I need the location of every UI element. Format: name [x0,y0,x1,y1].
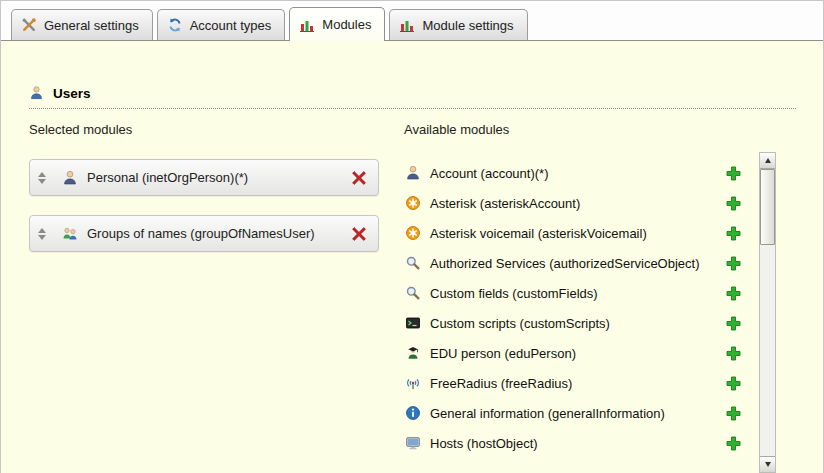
antenna-icon [404,375,421,391]
graduate-icon [404,345,421,361]
red-x-icon [351,170,367,186]
add-module-button[interactable] [726,226,741,241]
tab-label: Module settings [422,18,513,33]
available-module-label: Hosts (hostObject) [430,436,538,451]
add-module-button[interactable] [726,316,741,331]
available-module-label: Custom fields (customFields) [430,286,598,301]
group-icon [62,226,78,242]
lam-configuration-window: General settings Account types Modules [0,0,824,473]
green-plus-icon [726,196,741,211]
green-plus-icon [726,256,741,271]
modules-panel: Users Selected modules Persona [1,41,823,473]
arrow-up-icon [765,158,771,163]
selected-modules-heading: Selected modules [29,122,379,137]
tab-modules[interactable]: Modules [289,7,385,41]
add-module-button[interactable] [726,346,741,361]
available-module-label: Asterisk voicemail (asteriskVoicemail) [430,226,647,241]
available-module-row: Authorized Services (authorizedServiceOb… [404,248,741,278]
available-module-row: General information (generalInformation) [404,398,741,428]
scroll-up-button[interactable] [760,153,775,169]
available-module-label: FreeRadius (freeRadius) [430,376,572,391]
tab-general-settings[interactable]: General settings [11,9,153,40]
info-icon [404,405,421,421]
remove-module-button[interactable] [351,226,367,242]
green-plus-icon [726,166,741,181]
available-module-row: Custom scripts (customScripts) [404,308,741,338]
arrow-down-icon [765,462,771,467]
selected-modules-list: Personal (inetOrgPerson)(*) [29,159,379,252]
add-module-button[interactable] [726,196,741,211]
section-title: Users [53,86,91,101]
person-icon [62,170,78,186]
green-plus-icon [726,376,741,391]
add-module-button[interactable] [726,436,741,451]
available-module-label: EDU person (eduPerson) [430,346,576,361]
tab-account-types[interactable]: Account types [157,9,286,40]
remove-module-button[interactable] [351,170,367,186]
green-plus-icon [726,316,741,331]
available-modules-column: Available modules Account (account)(*) [404,122,776,458]
users-section-header: Users [29,85,796,109]
available-module-label: Account (account)(*) [430,166,549,181]
drag-handle-icon[interactable] [37,172,47,184]
selected-module-item[interactable]: Groups of names (groupOfNamesUser) [29,215,379,252]
available-module-label: Authorized Services (authorizedServiceOb… [430,256,700,271]
green-plus-icon [726,406,741,421]
red-x-icon [351,226,367,242]
terminal-icon [404,315,421,331]
available-module-label: Custom scripts (customScripts) [430,316,610,331]
drag-handle-icon[interactable] [37,228,47,240]
available-module-label: Asterisk (asteriskAccount) [430,196,580,211]
add-module-button[interactable] [726,166,741,181]
add-module-button[interactable] [726,376,741,391]
scroll-down-button[interactable] [760,456,775,472]
available-module-label: General information (generalInformation) [430,406,665,421]
available-module-row: Asterisk (asteriskAccount) [404,188,741,218]
green-plus-icon [726,436,741,451]
selected-module-label: Personal (inetOrgPerson)(*) [87,170,248,185]
available-module-row: Hosts (hostObject) [404,428,741,458]
tab-label: Account types [190,18,272,33]
available-module-row: Account (account)(*) [404,158,741,188]
available-module-row: Custom fields (customFields) [404,278,741,308]
add-module-button[interactable] [726,406,741,421]
tools-icon [21,17,37,33]
modules-icon [299,17,315,33]
selected-module-item[interactable]: Personal (inetOrgPerson)(*) [29,159,379,196]
module-settings-icon [399,17,415,33]
asterisk-icon [404,195,421,211]
users-icon [29,85,44,101]
green-plus-icon [726,286,741,301]
available-module-row: FreeRadius (freeRadius) [404,368,741,398]
green-plus-icon [726,346,741,361]
computer-icon [404,435,421,451]
tab-bar: General settings Account types Modules [1,1,823,41]
green-plus-icon [726,226,741,241]
available-module-row: Asterisk voicemail (asteriskVoicemail) [404,218,741,248]
refresh-icon [167,17,183,33]
available-module-row: EDU person (eduPerson) [404,338,741,368]
available-modules-list: Account (account)(*) [404,158,776,458]
available-modules-heading: Available modules [404,122,776,137]
scrollbar[interactable] [759,152,776,473]
add-module-button[interactable] [726,286,741,301]
add-module-button[interactable] [726,256,741,271]
person-icon [404,165,421,181]
scrollbar-thumb[interactable] [760,169,775,245]
magnifier-icon [404,255,421,271]
selected-modules-column: Selected modules Personal (inetOrgPerson… [29,122,379,458]
selected-module-label: Groups of names (groupOfNamesUser) [87,226,315,241]
asterisk-icon [404,225,421,241]
tab-module-settings[interactable]: Module settings [389,9,527,40]
tab-label: Modules [322,17,371,32]
magnifier-icon [404,285,421,301]
tab-label: General settings [44,18,139,33]
